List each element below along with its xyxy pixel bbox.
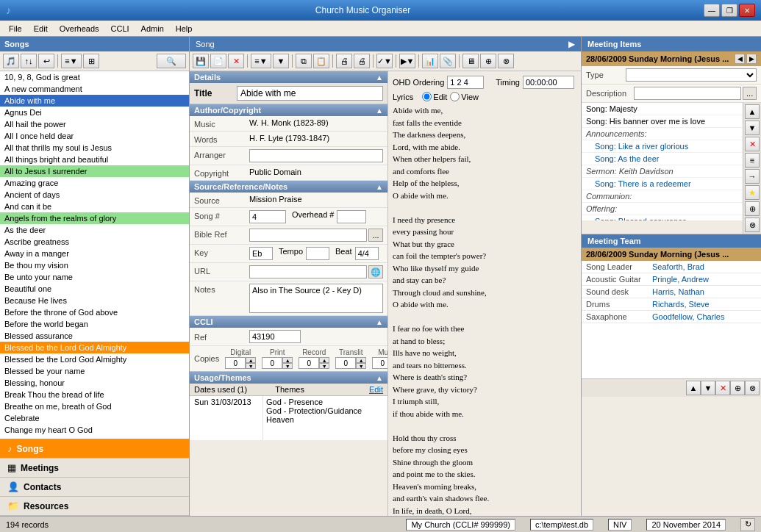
meeting-item[interactable]: Song: Like a river glorious (582, 140, 743, 153)
copies-record-up[interactable]: ▲ (319, 357, 329, 363)
team-row[interactable]: Song LeaderSeaforth, Brad (582, 261, 761, 273)
ccli-ref-input[interactable] (249, 330, 301, 343)
list-item[interactable]: A new commandment (0, 83, 189, 95)
list-item[interactable]: Breathe on me, breath of God (0, 400, 189, 412)
meeting-item[interactable]: Song: His banner over me is love (582, 115, 743, 128)
song-filter-btn[interactable]: ▼ (273, 54, 289, 68)
menu-file[interactable]: File (3, 23, 28, 35)
song-print2-btn[interactable]: 🖨 (354, 54, 370, 68)
list-item[interactable]: Blessed be the Lord God Almighty (0, 353, 189, 365)
copies-digital-up[interactable]: ▲ (246, 357, 256, 363)
usage-collapse[interactable]: ▲ (376, 374, 383, 382)
list-item[interactable]: Be thou my vision (0, 259, 189, 271)
arranger-input[interactable] (249, 149, 383, 162)
usage-edit-link[interactable]: Edit (369, 385, 383, 394)
tab-contacts[interactable]: 👤 Contacts (0, 478, 189, 497)
notes-input[interactable]: Also in The Source (2 - Key D) (249, 284, 383, 313)
team-down-btn[interactable]: ▼ (701, 381, 715, 395)
list-item[interactable]: Angels from the realms of glory (0, 212, 189, 224)
songs-sort-btn[interactable]: ↑↓ (21, 54, 37, 68)
mi-add-btn[interactable]: ≡ (745, 153, 760, 168)
tempo-input[interactable] (306, 247, 329, 260)
tab-resources[interactable]: 📁 Resources (0, 497, 189, 516)
song-copy-btn[interactable]: ⧉ (296, 54, 312, 68)
song-check-btn[interactable]: ✓▼ (376, 54, 393, 68)
song-extra1-btn[interactable]: ⊕ (480, 54, 496, 68)
songs-new-btn[interactable]: 🎵 (3, 54, 19, 68)
tab-meetings[interactable]: ▦ Meetings (0, 459, 189, 478)
copies-record-input[interactable] (299, 357, 319, 369)
song-delete-btn[interactable]: ✕ (228, 54, 244, 68)
meeting-item[interactable]: Song: Majesty (582, 103, 743, 115)
list-item[interactable]: All that thrills my soul is Jesus (0, 142, 189, 154)
song-chart-btn[interactable]: 📊 (422, 54, 438, 68)
mi-delete-btn[interactable]: ✕ (745, 137, 760, 151)
mi-extra2-btn[interactable]: ⊗ (745, 218, 760, 232)
meeting-item[interactable]: Communion: (582, 190, 743, 203)
copies-print-down[interactable]: ▼ (282, 363, 293, 369)
title-input[interactable] (237, 86, 383, 101)
ohd-ordering-input[interactable] (447, 76, 484, 89)
copies-translit-up[interactable]: ▲ (356, 357, 366, 363)
list-item[interactable]: All to Jesus I surrender (0, 165, 189, 177)
song-extra2-btn[interactable]: ⊗ (498, 54, 514, 68)
bibleref-input[interactable] (249, 229, 367, 242)
restore-button[interactable]: ❐ (721, 4, 737, 17)
list-item[interactable]: Before the throne of God above (0, 306, 189, 318)
list-item[interactable]: Beautiful one (0, 283, 189, 295)
copies-digital-down[interactable]: ▼ (246, 363, 256, 369)
details-collapse[interactable]: ▲ (376, 73, 383, 82)
ccli-collapse[interactable]: ▲ (376, 318, 383, 326)
close-button[interactable]: ✕ (739, 4, 755, 17)
list-item[interactable]: Because He lives (0, 295, 189, 306)
team-extra2-btn[interactable]: ⊗ (745, 381, 760, 395)
edit-radio[interactable] (422, 92, 432, 101)
url-btn[interactable]: 🌐 (368, 265, 383, 278)
copies-translit-down[interactable]: ▼ (356, 363, 366, 369)
mi-extra1-btn[interactable]: ⊕ (745, 201, 760, 216)
copies-music-input[interactable] (372, 357, 388, 369)
list-item[interactable]: 10, 9, 8, God is great (0, 71, 189, 83)
timing-input[interactable] (523, 76, 574, 89)
meeting-prev-btn[interactable]: ◀ (735, 54, 745, 64)
team-delete-btn[interactable]: ✕ (715, 381, 730, 395)
songs-extra-btn[interactable]: ⊞ (83, 54, 99, 68)
key-input[interactable] (249, 247, 273, 260)
team-extra-btn[interactable]: ⊕ (730, 381, 745, 395)
url-input[interactable] (249, 265, 367, 278)
mi-up-btn[interactable]: ▲ (745, 104, 760, 119)
mi-indent-btn[interactable]: → (745, 169, 760, 184)
song-print-btn[interactable]: 🖨 (336, 54, 352, 68)
meeting-item[interactable]: Song: There is a redeemer (582, 178, 743, 190)
mi-star-btn[interactable]: ★ (745, 185, 760, 200)
menu-ccli[interactable]: CCLI (105, 23, 135, 35)
team-row[interactable]: DrumsRichards, Steve (582, 298, 761, 311)
beat-input[interactable] (355, 247, 379, 260)
list-item[interactable]: Blessed assurance (0, 330, 189, 342)
song-paste-btn[interactable]: 📋 (313, 54, 329, 68)
edit-radio-label[interactable]: Edit (422, 92, 447, 101)
list-item[interactable]: Abide with me (0, 95, 189, 107)
songs-search-btn[interactable]: 🔍 (157, 54, 186, 68)
song-attach-btn[interactable]: 📎 (440, 54, 456, 68)
team-row[interactable]: Acoustic GuitarPringle, Andrew (582, 273, 761, 286)
list-item[interactable]: Blessed be your name (0, 365, 189, 377)
source-collapse[interactable]: ▲ (376, 183, 383, 191)
list-item[interactable]: Blessing, honour (0, 377, 189, 389)
team-row[interactable]: SaxaphoneGoodfellow, Charles (582, 311, 761, 323)
list-item[interactable]: Agnus Dei (0, 107, 189, 118)
view-radio-label[interactable]: View (450, 92, 479, 101)
meeting-item[interactable]: Song: As the deer (582, 153, 743, 165)
song-monitor-btn[interactable]: 🖥 (462, 54, 479, 68)
list-item[interactable]: All things bright and beautiful (0, 154, 189, 165)
menu-help[interactable]: Help (170, 23, 199, 35)
list-item[interactable]: Ancient of days (0, 189, 189, 201)
list-item[interactable]: As the deer (0, 224, 189, 236)
copies-print-input[interactable] (262, 357, 282, 369)
list-item[interactable]: Celebrate (0, 412, 189, 424)
song-header-arrow[interactable]: ▶ (568, 39, 575, 49)
tab-songs[interactable]: ♪ Songs (0, 439, 189, 459)
author-collapse[interactable]: ▲ (376, 107, 383, 115)
copies-record-down[interactable]: ▼ (319, 363, 329, 369)
minimize-button[interactable]: — (704, 4, 720, 17)
